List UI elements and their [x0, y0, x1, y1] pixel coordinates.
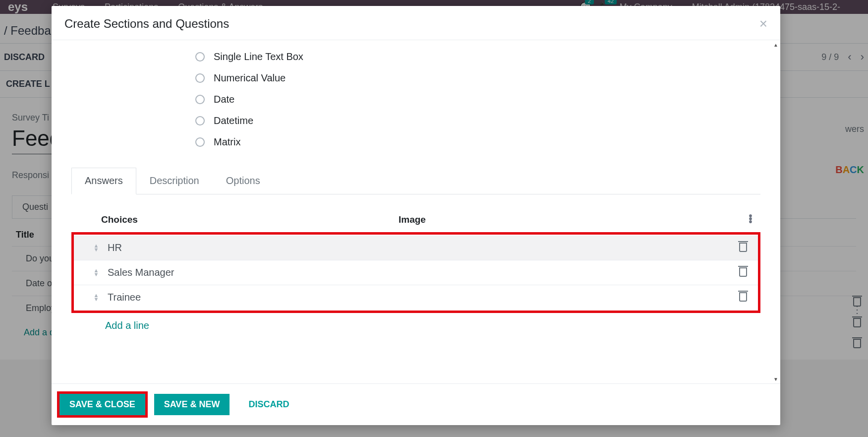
image-column-header: Image: [399, 214, 741, 225]
discard-button[interactable]: DISCARD: [238, 394, 299, 415]
choice-text[interactable]: HR: [104, 242, 381, 253]
modal-header: Create Sections and Questions ×: [52, 6, 780, 40]
save-close-button[interactable]: SAVE & CLOSE: [59, 394, 145, 415]
drag-handle-icon[interactable]: ▲▼: [89, 294, 104, 301]
tab-answers[interactable]: Answers: [71, 168, 136, 194]
trash-icon: [738, 266, 748, 277]
radio-numerical[interactable]: Numerical Value: [195, 72, 760, 84]
radio-matrix[interactable]: Matrix: [195, 136, 760, 148]
choice-text[interactable]: Sales Manager: [104, 267, 381, 278]
scroll-up-arrow[interactable]: ▲: [772, 41, 779, 48]
radio-single-line[interactable]: Single Line Text Box: [195, 51, 760, 62]
choice-row[interactable]: ▲▼ HR: [74, 236, 758, 260]
close-icon[interactable]: ×: [759, 17, 767, 31]
save-new-button[interactable]: SAVE & NEW: [154, 394, 230, 415]
add-line-link[interactable]: Add a line: [71, 313, 760, 338]
delete-choice-button[interactable]: [728, 241, 758, 254]
tab-description[interactable]: Description: [136, 168, 213, 194]
create-question-modal: Create Sections and Questions × ▲ ▼ Sing…: [52, 6, 780, 425]
kebab-icon[interactable]: •••: [741, 214, 760, 225]
choice-row[interactable]: ▲▼ Sales Manager: [74, 260, 758, 285]
modal-footer: SAVE & CLOSE SAVE & NEW DISCARD: [52, 383, 780, 425]
choices-column-header: Choices: [101, 214, 399, 225]
drag-handle-icon[interactable]: ▲▼: [89, 269, 104, 276]
choices-highlight: ▲▼ HR ▲▼ Sales Manager ▲▼ Trainee: [71, 232, 760, 313]
modal-body: ▲ ▼ Single Line Text Box Numerical Value…: [52, 40, 780, 383]
radio-datetime[interactable]: Datetime: [195, 115, 760, 126]
scroll-down-arrow[interactable]: ▼: [772, 375, 779, 382]
tab-options[interactable]: Options: [213, 168, 274, 194]
modal-title: Create Sections and Questions: [64, 17, 229, 31]
modal-tabs: Answers Description Options: [71, 168, 760, 194]
answers-panel: Choices Image ••• ▲▼ HR ▲▼ Sales Manager: [71, 214, 760, 338]
choice-row[interactable]: ▲▼ Trainee: [74, 285, 758, 310]
choice-text[interactable]: Trainee: [104, 292, 381, 303]
drag-handle-icon[interactable]: ▲▼: [89, 244, 104, 251]
radio-date[interactable]: Date: [195, 94, 760, 105]
question-type-radios: Single Line Text Box Numerical Value Dat…: [195, 51, 760, 148]
delete-choice-button[interactable]: [728, 266, 758, 279]
delete-choice-button[interactable]: [728, 291, 758, 304]
trash-icon: [738, 241, 748, 252]
trash-icon: [738, 291, 748, 302]
